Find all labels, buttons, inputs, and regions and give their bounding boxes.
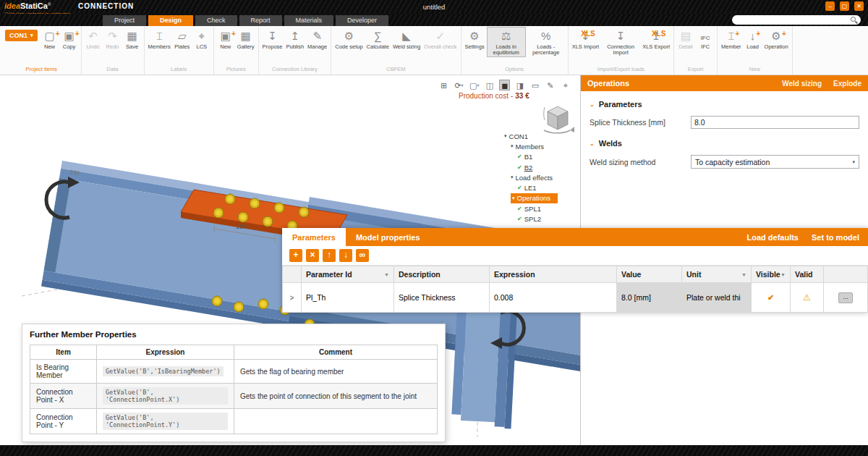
ribbon-gallery-button[interactable]: ▦Gallery [236, 27, 256, 51]
operations-sections: ⌄ParametersSplice Thickness [mm]⌄WeldsWe… [581, 91, 868, 185]
ribbon-members-button[interactable]: ⌶Members [147, 27, 172, 51]
ribbon-plates-button[interactable]: ▱Plates [173, 27, 192, 51]
project-select-button[interactable]: CON1▾ [5, 30, 38, 41]
ribbon-load-button[interactable]: ↓+Load [744, 27, 762, 51]
ribbon-ifc-button[interactable]: IFCIFC [696, 27, 715, 51]
link-button[interactable]: ∞ [356, 249, 369, 262]
ribbon-propose-button[interactable]: ↧Propose [261, 27, 284, 51]
column-header-parameter-id[interactable]: Parameter Id▼ [302, 266, 394, 283]
close-button[interactable]: ✕ [854, 1, 864, 11]
ribbon-save-button[interactable]: ▦Save [123, 27, 142, 51]
tab-project[interactable]: Project [103, 15, 146, 26]
view-direction-icon[interactable]: ▢▾ [469, 80, 480, 90]
fit-view-icon[interactable]: ⊞ [438, 80, 449, 90]
weld-sizing-icon: ◣ [402, 29, 411, 43]
filter-icon[interactable]: ▼ [384, 272, 389, 277]
tab-report[interactable]: Report [239, 15, 282, 26]
delete-button[interactable]: × [306, 249, 319, 262]
splice-thickness-mm-input[interactable] [691, 116, 859, 129]
ribbon-calculate-button[interactable]: ∑Calculate [365, 27, 391, 51]
tree-item-members[interactable]: ▾Members [511, 141, 544, 151]
tree-item-operations[interactable]: ▾Operations [511, 193, 558, 203]
ribbon-loads-percentage-button[interactable]: %Loads - percentage [527, 27, 566, 57]
column-header-item[interactable] [824, 266, 868, 283]
tree-item-load-effects[interactable]: ▾Load effects [511, 172, 553, 182]
tree-item-spl2[interactable]: ✔SPL2 [517, 214, 541, 224]
section-header-parameters[interactable]: ⌄Parameters [590, 100, 859, 109]
ribbon-redo-button[interactable]: ↷Redo [103, 27, 122, 51]
more-button[interactable]: ... [838, 292, 853, 303]
overall-check-icon: ✓ [436, 29, 446, 43]
ribbon-xls-export-button[interactable]: ↥XLSXLS Export [641, 27, 671, 51]
ribbon-overall-check-button[interactable]: ✓Overall check [422, 27, 458, 51]
loads-in-equilibrium-icon: ⚖ [501, 29, 511, 43]
orbit-icon[interactable]: ⟳▾ [454, 80, 464, 90]
ribbon-member-button[interactable]: ⌶+Member [720, 27, 743, 51]
ifc-icon: IFC [701, 29, 710, 43]
parameters-panel-tabs: ParametersModel properties [282, 228, 430, 246]
measure-icon[interactable]: ⌖ [560, 80, 571, 90]
tree-item-con1[interactable]: ▾CON1 [504, 131, 528, 141]
tree-item-le1[interactable]: ✔LE1 [517, 182, 537, 193]
section-view-icon[interactable]: ◫ [484, 80, 495, 90]
search-input[interactable] [738, 15, 846, 25]
column-header-valid[interactable]: Valid [791, 266, 824, 283]
ribbon-code-setup-button[interactable]: ⚙Code setup [333, 27, 364, 51]
tab-model-properties[interactable]: Model properties [346, 228, 430, 246]
filter-icon[interactable]: ▼ [780, 272, 786, 277]
ribbon-lcs-button[interactable]: ⌖LCS [192, 27, 211, 51]
solid-view-icon[interactable]: ◼ [499, 80, 510, 90]
column-header-visible[interactable]: Visible▼ [752, 266, 791, 283]
column-header-item[interactable] [283, 266, 302, 283]
explode-button[interactable]: Explode [833, 80, 861, 88]
ribbon-loads-in-equilibrium-button[interactable]: ⚖Loads in equilibrium [487, 27, 526, 57]
fp-row: Connection Point - YGetValue('B', 'Conne… [30, 409, 438, 434]
tab-check[interactable]: Check [195, 15, 237, 26]
ribbon-connection-import-button[interactable]: ↧Connection Import [601, 27, 640, 57]
cell-visible[interactable]: ✔ [752, 283, 791, 313]
annotate-icon[interactable]: ✎ [545, 80, 556, 90]
ribbon-settings-button[interactable]: ⚙Settings [464, 27, 486, 51]
tree-item-b1[interactable]: ✔B1 [517, 152, 532, 162]
transparent-view-icon[interactable]: ◨ [514, 80, 525, 90]
ribbon-copy-button[interactable]: ▣+Copy [60, 27, 79, 51]
column-header-value[interactable]: Value [617, 266, 682, 283]
weld-sizing-method-select[interactable]: To capacity estimation▾ [691, 155, 859, 169]
column-member[interactable] [451, 298, 518, 428]
table-row[interactable]: >Pl_ThSplice Thickness0.0088.0 [mm]Plate… [283, 283, 868, 313]
ribbon-detail-button[interactable]: ▤Detail [676, 27, 695, 51]
row-expander[interactable]: > [283, 283, 302, 313]
column-header-description[interactable]: Description [394, 266, 490, 283]
section-header-welds[interactable]: ⌄Welds [590, 139, 859, 148]
tab-design[interactable]: Design [148, 15, 193, 26]
maximize-button[interactable]: ▢ [840, 1, 849, 11]
ribbon-publish-button[interactable]: ↥Publish [285, 27, 306, 51]
wireframe-view-icon[interactable]: ▭ [529, 80, 540, 90]
weld-sizing-button[interactable]: Weld sizing [782, 80, 822, 88]
ribbon-operation-button[interactable]: ⚙+Operation [763, 27, 790, 51]
tree-item-spl1[interactable]: ✔SPL1 [517, 203, 541, 214]
ribbon-new-button[interactable]: ▣+New [216, 27, 235, 51]
tab-parameters[interactable]: Parameters [282, 228, 346, 246]
load-defaults-button[interactable]: Load defaults [746, 233, 799, 242]
set-to-model-button[interactable]: Set to model [812, 233, 859, 242]
minimize-button[interactable]: – [825, 1, 835, 11]
tree-item-b2[interactable]: ✔B2 [517, 162, 532, 172]
ribbon-undo-button[interactable]: ↶Undo [84, 27, 103, 51]
fp-expression: GetValue('B', 'ConnectionPoint.Y') [97, 409, 234, 434]
filter-icon[interactable]: ▼ [741, 272, 746, 277]
ribbon-xls-import-button[interactable]: ↧XLSXLS Import [571, 27, 601, 51]
cell-expression[interactable]: 0.008 [490, 283, 617, 313]
column-header-unit[interactable]: Unit▼ [682, 266, 752, 283]
column-header-expression[interactable]: Expression [490, 266, 617, 283]
new-icon: ▣+ [221, 29, 231, 43]
move-up-button[interactable]: ↑ [323, 249, 336, 262]
tab-developer[interactable]: Developer [336, 15, 388, 26]
move-down-button[interactable]: ↓ [339, 249, 352, 262]
tab-materials[interactable]: Materials [284, 15, 334, 26]
add-button[interactable]: + [289, 249, 302, 262]
ribbon-weld-sizing-button[interactable]: ◣Weld sizing [391, 27, 422, 51]
cell-description: Splice Thickness [394, 283, 490, 313]
ribbon-manage-button[interactable]: ✎Manage [306, 27, 328, 51]
ribbon-new-button[interactable]: ▢+New [41, 27, 59, 51]
